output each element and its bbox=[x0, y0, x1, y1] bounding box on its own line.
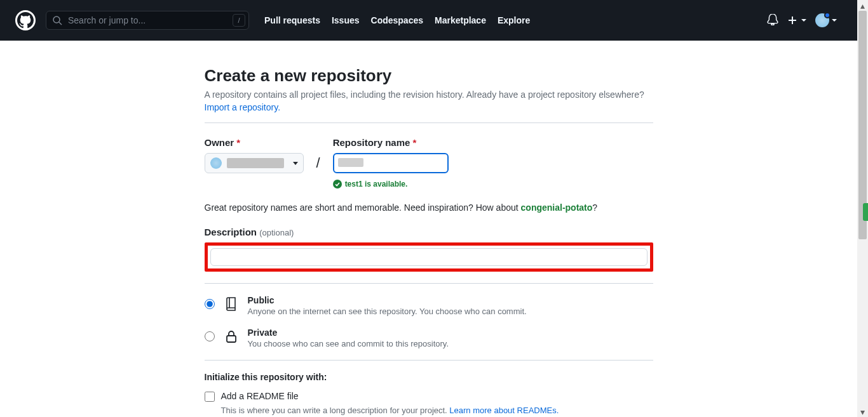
visibility-public-row: Public Anyone on the internet can see th… bbox=[205, 295, 653, 316]
status-dot-icon bbox=[824, 12, 831, 18]
description-highlight-box bbox=[205, 242, 653, 272]
add-readme-label: Add a README file bbox=[221, 391, 299, 401]
owner-repo-separator: / bbox=[316, 137, 320, 171]
global-search: / bbox=[46, 11, 249, 30]
visibility-private-row: Private You choose who can see and commi… bbox=[205, 328, 653, 348]
header-nav: Pull requests Issues Codespaces Marketpl… bbox=[264, 15, 530, 25]
slash-key-hint: / bbox=[233, 14, 245, 27]
readme-learn-more-link[interactable]: Learn more about READMEs. bbox=[449, 406, 559, 415]
visibility-private-title: Private bbox=[248, 328, 278, 338]
user-menu[interactable] bbox=[815, 13, 837, 27]
mark-github-icon bbox=[17, 12, 34, 29]
description-input[interactable] bbox=[210, 248, 648, 266]
svg-line-1 bbox=[59, 22, 62, 25]
search-input[interactable] bbox=[46, 11, 249, 30]
create-new-menu[interactable] bbox=[787, 15, 806, 25]
import-repo-link[interactable]: Import a repository. bbox=[205, 102, 281, 112]
check-circle-icon bbox=[333, 180, 342, 189]
caret-down-icon bbox=[293, 162, 298, 165]
repo-name-label: Repository name * bbox=[333, 137, 449, 148]
notifications-button[interactable] bbox=[767, 14, 778, 27]
nav-marketplace[interactable]: Marketplace bbox=[435, 15, 486, 25]
visibility-public-radio[interactable] bbox=[205, 299, 215, 309]
repo-name-input[interactable] bbox=[333, 153, 449, 173]
owner-name bbox=[227, 158, 284, 168]
suggested-name-link[interactable]: congenial-potato bbox=[521, 202, 593, 213]
availability-message: test1 is available. bbox=[333, 180, 449, 189]
visibility-private-hint: You choose who can see and commit to thi… bbox=[248, 339, 449, 348]
github-logo[interactable] bbox=[15, 10, 36, 30]
owner-select[interactable] bbox=[205, 153, 304, 173]
name-inspiration-text: Great repository names are short and mem… bbox=[205, 202, 653, 213]
visibility-private-radio[interactable] bbox=[205, 331, 215, 341]
page-title: Create a new repository bbox=[205, 66, 653, 86]
svg-rect-3 bbox=[227, 336, 236, 342]
user-avatar bbox=[815, 13, 829, 27]
visibility-public-hint: Anyone on the internet can see this repo… bbox=[248, 307, 527, 316]
nav-issues[interactable]: Issues bbox=[332, 15, 360, 25]
nav-pull-requests[interactable]: Pull requests bbox=[264, 15, 320, 25]
owner-label: Owner * bbox=[205, 137, 304, 148]
add-readme-checkbox[interactable] bbox=[205, 392, 215, 402]
add-readme-hint: This is where you can write a long descr… bbox=[221, 406, 653, 415]
repo-icon bbox=[224, 296, 239, 314]
svg-point-0 bbox=[53, 17, 60, 23]
initialize-section-title: Initialize this repository with: bbox=[205, 372, 653, 382]
lock-icon bbox=[224, 329, 239, 346]
visibility-public-title: Public bbox=[248, 295, 275, 305]
caret-down-icon bbox=[832, 19, 837, 22]
search-icon bbox=[52, 15, 62, 25]
global-header: / Pull requests Issues Codespaces Market… bbox=[0, 0, 857, 41]
nav-explore[interactable]: Explore bbox=[498, 15, 530, 25]
owner-avatar-icon bbox=[210, 157, 222, 169]
caret-down-icon bbox=[801, 19, 806, 22]
new-repo-form: Create a new repository A repository con… bbox=[205, 66, 653, 417]
nav-codespaces[interactable]: Codespaces bbox=[371, 15, 423, 25]
description-label: Description (optional) bbox=[205, 227, 653, 237]
page-subtitle: A repository contains all project files,… bbox=[205, 89, 653, 100]
